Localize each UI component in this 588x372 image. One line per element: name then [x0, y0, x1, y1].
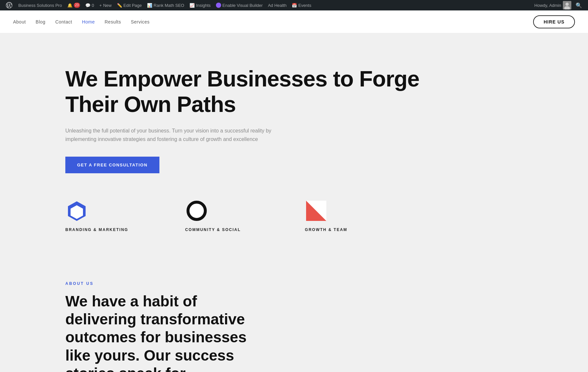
nav-links: About Blog Contact Home Results Services: [13, 19, 533, 24]
nav-link-contact[interactable]: Contact: [55, 19, 72, 24]
nav-link-about[interactable]: About: [13, 19, 26, 24]
hero-title: We Empower Businesses to ForgeTheir Own …: [65, 66, 425, 117]
about-label: ABOUT US: [65, 281, 523, 286]
nav-link-results[interactable]: Results: [105, 19, 121, 24]
service-item-growth: GROWTH & TEAM: [305, 199, 425, 232]
community-icon: [187, 201, 207, 221]
service-item-community: COMMUNITY & SOCIAL: [185, 199, 305, 232]
community-icon-wrapper: [185, 199, 208, 222]
admin-bar-edit-page[interactable]: ✏️ Edit Page: [114, 0, 144, 10]
hero-subtitle: Unleashing the full potential of your bu…: [65, 127, 281, 143]
about-section: ABOUT US We have a habit of delivering t…: [0, 262, 588, 372]
main-content: We Empower Businesses to ForgeTheir Own …: [0, 33, 588, 262]
admin-bar-right: Howdy, Admin 🔍: [534, 1, 585, 9]
svg-point-1: [565, 3, 569, 6]
branding-icon-wrapper: [65, 199, 88, 222]
growth-label: GROWTH & TEAM: [305, 227, 425, 232]
about-title: We have a habit of delivering transforma…: [65, 292, 261, 372]
admin-bar-new[interactable]: + New: [97, 0, 114, 10]
admin-bar-events[interactable]: 📅 Events: [289, 0, 314, 10]
admin-avatar[interactable]: [563, 1, 571, 9]
nav-link-home[interactable]: Home: [82, 19, 95, 24]
cta-button[interactable]: GET A FREE CONSULTATION: [65, 157, 159, 173]
growth-icon: [306, 201, 326, 221]
hero-section: We Empower Businesses to ForgeTheir Own …: [65, 66, 425, 232]
admin-bar: Business Solutions Pro 🔔 23 💬 0 + New ✏️…: [0, 0, 588, 10]
admin-bar-visual-builder[interactable]: Enable Visual Builder: [213, 0, 265, 10]
branding-icon: [67, 201, 87, 221]
nav-bar: About Blog Contact Home Results Services…: [0, 10, 588, 33]
service-item-branding: BRANDING & MARKETING: [65, 199, 185, 232]
admin-bar-rank-math[interactable]: 📊 Rank Math SEO: [144, 0, 187, 10]
hire-us-button[interactable]: HIRE US: [533, 15, 575, 28]
nav-link-blog[interactable]: Blog: [36, 19, 45, 24]
community-label: COMMUNITY & SOCIAL: [185, 227, 305, 232]
admin-bar-wp-logo[interactable]: [3, 0, 16, 10]
admin-search-icon[interactable]: 🔍: [573, 2, 585, 8]
growth-icon-wrapper: [305, 199, 328, 222]
nav-link-services[interactable]: Services: [131, 19, 150, 24]
branding-label: BRANDING & MARKETING: [65, 227, 185, 232]
services-row: BRANDING & MARKETING COMMUNITY & SOCIAL: [65, 199, 425, 232]
admin-bar-comments[interactable]: 💬 0: [83, 0, 97, 10]
visual-builder-icon: [216, 3, 221, 8]
admin-bar-insights[interactable]: 📈 Insights: [187, 0, 213, 10]
admin-bar-notifications[interactable]: 🔔 23: [65, 0, 83, 10]
admin-bar-ad-health[interactable]: Ad Health: [265, 0, 289, 10]
admin-bar-site-name[interactable]: Business Solutions Pro: [16, 0, 65, 10]
